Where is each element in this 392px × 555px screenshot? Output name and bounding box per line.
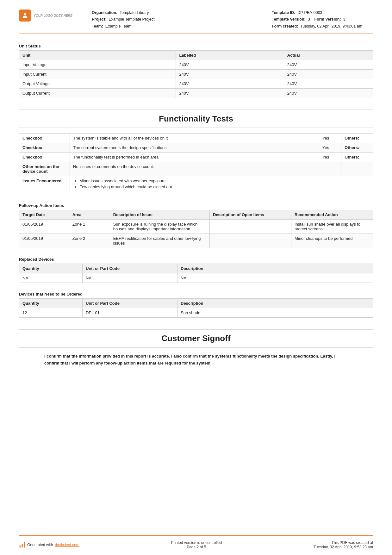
func-field: Checkbox — [19, 152, 70, 162]
svg-point-0 — [24, 13, 26, 16]
template-version-label: Template Version: — [272, 17, 306, 22]
order-col-qty: Quantity — [19, 298, 83, 308]
replaced-col-code: Unit or Part Code — [83, 264, 177, 273]
table-row: Output Current — [19, 88, 176, 98]
project-value: Example Template Project — [109, 17, 155, 22]
template-version-value: 3 — [308, 17, 310, 22]
table-row: NA — [177, 273, 373, 283]
devices-order-label: Devices that Need to be Ordered — [19, 292, 373, 296]
table-row: NA — [83, 273, 177, 283]
table-row: 01/05/2019 — [19, 219, 69, 234]
followup-col-open-items: Description of Open Items — [209, 210, 291, 219]
table-row: Sun shade — [177, 308, 373, 317]
func-others: Others: — [341, 152, 373, 162]
replaced-devices-label: Replaced Devices — [19, 257, 373, 262]
func-others — [341, 162, 373, 176]
issues-content: Minor issues associated with weather exp… — [70, 176, 373, 193]
footer-link[interactable]: dashpivot.com — [55, 543, 79, 547]
table-row: 240V — [176, 69, 284, 79]
functionality-tests-heading: Functionality Tests — [19, 109, 373, 128]
followup-col-date: Target Date — [19, 210, 69, 219]
customer-signoff-heading: Customer Signoff — [19, 329, 373, 348]
template-id-value: DP-PEA-0003 — [297, 10, 322, 15]
unit-status-table: Unit Labelled Actual Input Voltage240V24… — [19, 50, 373, 98]
table-row: Minor cleanups to be performed — [291, 234, 373, 248]
header: YOUR LOGO GOES HERE Organisation: Templa… — [19, 9, 373, 34]
table-row: DP-101 — [83, 308, 177, 317]
header-meta-left: Organisation: Template Library Project: … — [92, 9, 272, 30]
form-created-label: Form created: — [272, 24, 298, 28]
header-meta-right: Template ID: DP-PEA-0003 Template Versio… — [272, 9, 373, 30]
customer-signoff-text: I confirm that the information provided … — [44, 353, 348, 367]
table-row: 12 — [19, 308, 83, 317]
footer-uncontrolled: Printed version is uncontrolled — [171, 540, 222, 545]
func-field: Checkbox — [19, 133, 70, 143]
replaced-col-desc: Description — [177, 264, 373, 273]
func-description: No issues or comments on the device coun… — [70, 162, 319, 176]
list-item: Minor issues associated with weather exp… — [79, 178, 370, 183]
footer-pdf-created-label: This PDF was created at — [314, 540, 373, 545]
func-description: The system is stable and with all of the… — [70, 133, 319, 143]
table-row: Output Voltage — [19, 79, 176, 88]
footer-left: Generated with dashpivot.com — [19, 542, 79, 548]
form-version-label: Form Version: — [314, 17, 341, 22]
svg-rect-1 — [20, 546, 21, 548]
table-row — [209, 219, 291, 234]
logo-text: YOUR LOGO GOES HERE — [34, 14, 72, 18]
table-row: Input Current — [19, 69, 176, 79]
followup-col-issue: Description of Issue — [110, 210, 209, 219]
form-version-value: 3 — [343, 17, 345, 22]
followup-table: Target Date Area Description of Issue De… — [19, 210, 373, 248]
org-label: Organisation: — [92, 10, 117, 15]
table-row: Input Voltage — [19, 60, 176, 69]
unit-status-col-labelled: Labelled — [176, 50, 284, 60]
table-row: 240V — [284, 69, 373, 79]
footer-center: Printed version is uncontrolled Page 2 o… — [171, 540, 222, 549]
devices-order-table: Quantity Unit or Part Code Description 1… — [19, 298, 373, 318]
order-col-code: Unit or Part Code — [83, 298, 177, 308]
unit-status-label: Unit Status — [19, 44, 373, 48]
table-row: 240V — [176, 60, 284, 69]
table-row: NA — [19, 273, 83, 283]
table-row: Zone 2 — [69, 234, 110, 248]
table-row — [209, 234, 291, 248]
footer-page: Page 2 of 5 — [171, 545, 222, 549]
issues-field: Issues Encountered — [19, 176, 70, 193]
table-row: 240V — [176, 79, 284, 88]
followup-col-action: Recommended Action — [291, 210, 373, 219]
replaced-devices-table: Quantity Unit or Part Code Description N… — [19, 264, 373, 283]
unit-status-col-actual: Actual — [284, 50, 373, 60]
svg-rect-3 — [24, 542, 25, 548]
dashpivot-logo-icon — [19, 542, 25, 548]
followup-label: Follow-up Action Items — [19, 203, 373, 208]
template-id-label: Template ID: — [272, 10, 295, 15]
table-row: 01/05/2019 — [19, 234, 69, 248]
func-others: Others: — [341, 133, 373, 143]
table-row: 240V — [176, 88, 284, 98]
func-others: Others: — [341, 143, 373, 152]
footer-generated-text: Generated with — [27, 543, 53, 547]
func-description: The current system meets the design spec… — [70, 143, 319, 152]
svg-rect-2 — [22, 544, 22, 548]
page: YOUR LOGO GOES HERE Organisation: Templa… — [0, 0, 392, 555]
table-row: Install sun shade over all displays to p… — [291, 219, 373, 234]
team-label: Team: — [92, 24, 103, 28]
list-item: Few cables lying around which could be c… — [79, 184, 370, 189]
project-label: Project: — [92, 17, 107, 22]
form-created-value: Tuesday, 02 April 2019, 9:43:01 am — [300, 24, 362, 28]
functionality-tests-table: CheckboxThe system is stable and with al… — [19, 133, 373, 193]
unit-status-col-unit: Unit — [19, 50, 176, 60]
org-value: Template Library — [120, 10, 149, 15]
func-field: Other notes on the device count — [19, 162, 70, 176]
func-description: The functionality test is performed in e… — [70, 152, 319, 162]
func-answer: Yes — [319, 152, 341, 162]
logo-icon — [19, 9, 31, 22]
table-row: 240V — [284, 88, 373, 98]
replaced-col-qty: Quantity — [19, 264, 83, 273]
func-answer: Yes — [319, 143, 341, 152]
logo-area: YOUR LOGO GOES HERE — [19, 9, 82, 22]
func-field: Checkbox — [19, 143, 70, 152]
followup-col-area: Area — [69, 210, 110, 219]
footer-right: This PDF was created at Tuesday, 02 Apri… — [314, 540, 373, 549]
footer-pdf-created-date: Tuesday, 02 April 2019, 9:53:23 am — [314, 545, 373, 549]
